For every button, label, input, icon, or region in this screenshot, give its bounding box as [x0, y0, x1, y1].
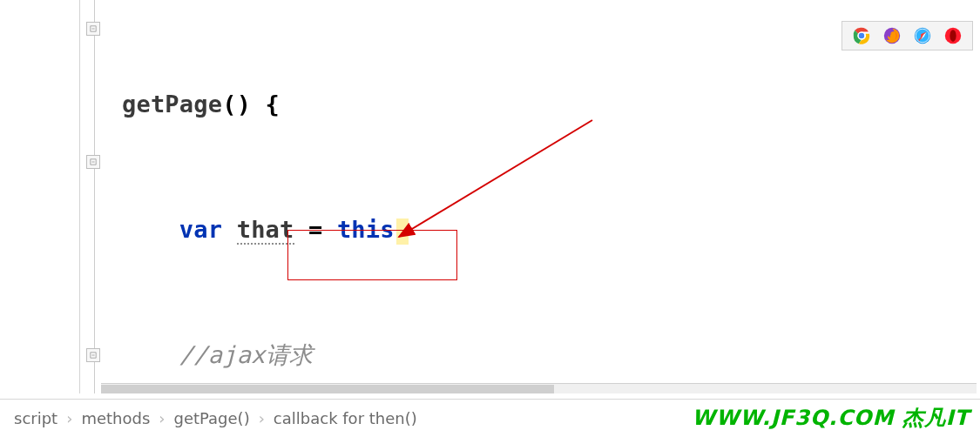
firefox-icon[interactable]: [882, 26, 902, 45]
scrollbar-thumb[interactable]: [101, 385, 554, 393]
chevron-right-icon: ›: [61, 409, 78, 427]
identifier-that: that: [237, 216, 294, 245]
code-editor[interactable]: getPage() { var that = this //ajax请求 axi…: [0, 0, 980, 399]
opera-icon[interactable]: [943, 26, 963, 45]
crumb-getpage[interactable]: getPage(): [170, 409, 253, 427]
browser-toolbar: [841, 21, 973, 50]
watermark: WWW.JF3Q.COM 杰凡IT: [692, 404, 970, 432]
keyword-this: this: [337, 216, 395, 243]
fold-icon[interactable]: [86, 348, 100, 362]
horizontal-scrollbar[interactable]: [101, 383, 977, 393]
crumb-callback[interactable]: callback for then(): [270, 409, 421, 427]
chrome-icon[interactable]: [852, 26, 871, 45]
method-name: getPage: [122, 91, 222, 118]
comment: //ajax请求: [179, 341, 313, 368]
crumb-script[interactable]: script: [10, 409, 61, 427]
chevron-right-icon: ›: [153, 409, 170, 427]
keyword-var: var: [179, 216, 222, 243]
fold-icon[interactable]: [86, 22, 100, 36]
code-text: () {: [222, 91, 280, 118]
fold-track: [94, 0, 95, 393]
safari-icon[interactable]: [913, 26, 932, 45]
fold-icon[interactable]: [86, 155, 100, 169]
crumb-methods[interactable]: methods: [78, 409, 153, 427]
code-content[interactable]: getPage() { var that = this //ajax请求 axi…: [122, 0, 980, 399]
code-text: =: [294, 216, 337, 243]
chevron-right-icon: ›: [253, 409, 270, 427]
gutter: [0, 0, 80, 393]
caret-highlight: [396, 218, 409, 245]
